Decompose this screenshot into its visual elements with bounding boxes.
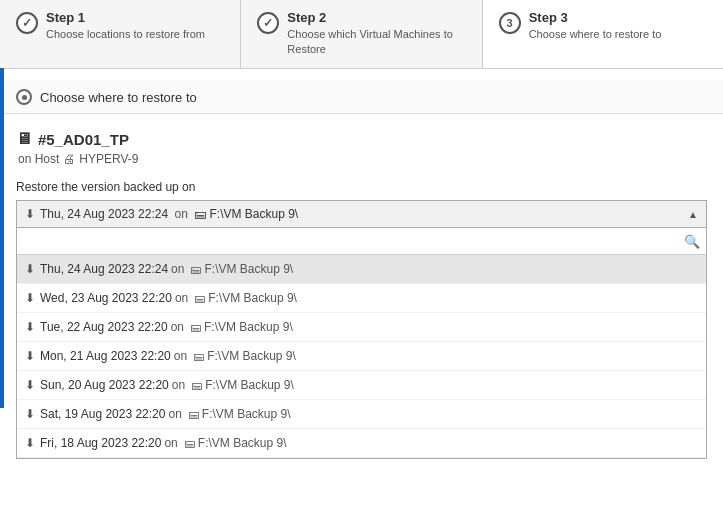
step1-icon: ✓: [16, 12, 38, 34]
backup-list-item[interactable]: ⬇ Fri, 18 Aug 2023 22:20 on 🖴 F:\VM Back…: [17, 429, 706, 458]
selected-date: Thu, 24 Aug 2023 22:24 on 🖴 F:\VM Backup…: [40, 207, 688, 221]
download-icon: ⬇: [25, 320, 35, 334]
wizard-step-2[interactable]: ✓ Step 2 Choose which Virtual Machines t…: [241, 0, 482, 68]
item-path: F:\VM Backup 9\: [205, 378, 294, 392]
step2-content: Step 2 Choose which Virtual Machines to …: [287, 10, 465, 58]
backup-search-input[interactable]: [23, 232, 684, 250]
dropdown-search-container: 🔍: [17, 228, 706, 255]
vm-host-row: on Host 🖨 HYPERV-9: [18, 152, 707, 166]
vm-name-row: 🖥 #5_AD01_TP: [16, 130, 707, 148]
step3-label: Step 3: [529, 10, 662, 25]
item-path: F:\VM Backup 9\: [198, 436, 287, 450]
backup-list-item[interactable]: ⬇ Mon, 21 Aug 2023 22:20 on 🖴 F:\VM Back…: [17, 342, 706, 371]
vm-name-text: #5_AD01_TP: [38, 131, 129, 148]
step2-label: Step 2: [287, 10, 465, 25]
item-path: F:\VM Backup 9\: [207, 349, 296, 363]
host-name: HYPERV-9: [79, 152, 138, 166]
item-path: F:\VM Backup 9\: [202, 407, 291, 421]
wizard-step-3[interactable]: 3 Step 3 Choose where to restore to: [483, 0, 723, 68]
search-icon: 🔍: [684, 234, 700, 249]
restore-label: Restore the version backed up on: [16, 180, 707, 194]
download-icon: ⬇: [25, 407, 35, 421]
drive-icon: 🖴: [188, 408, 199, 420]
page-content: Choose where to restore to 🖥 #5_AD01_TP …: [0, 69, 723, 471]
item-date: Thu, 24 Aug 2023 22:24: [40, 262, 168, 276]
wizard-step-1[interactable]: ✓ Step 1 Choose locations to restore fro…: [0, 0, 241, 68]
download-icon-selected: ⬇: [25, 207, 35, 221]
backup-list-item[interactable]: ⬇ Wed, 23 Aug 2023 22:20 on 🖴 F:\VM Back…: [17, 284, 706, 313]
item-path: F:\VM Backup 9\: [208, 291, 297, 305]
step1-desc: Choose locations to restore from: [46, 27, 205, 42]
backup-list: ⬇ Thu, 24 Aug 2023 22:24 on 🖴 F:\VM Back…: [17, 255, 706, 458]
drive-icon: 🖴: [191, 379, 202, 391]
step3-desc: Choose where to restore to: [529, 27, 662, 42]
server-icon: 🖨: [63, 152, 75, 166]
dropdown-selected-row[interactable]: ⬇ Thu, 24 Aug 2023 22:24 on 🖴 F:\VM Back…: [17, 201, 706, 228]
backup-list-item[interactable]: ⬇ Sat, 19 Aug 2023 22:20 on 🖴 F:\VM Back…: [17, 400, 706, 429]
monitor-icon: 🖥: [16, 130, 32, 148]
item-date: Sun, 20 Aug 2023 22:20: [40, 378, 169, 392]
drive-icon-selected: 🖴: [194, 207, 206, 221]
download-icon: ⬇: [25, 291, 35, 305]
item-date: Fri, 18 Aug 2023 22:20: [40, 436, 161, 450]
download-icon: ⬇: [25, 349, 35, 363]
step1-label: Step 1: [46, 10, 205, 25]
host-prefix: on Host: [18, 152, 59, 166]
item-date: Tue, 22 Aug 2023 22:20: [40, 320, 168, 334]
backup-list-item[interactable]: ⬇ Sun, 20 Aug 2023 22:20 on 🖴 F:\VM Back…: [17, 371, 706, 400]
step1-content: Step 1 Choose locations to restore from: [46, 10, 205, 42]
item-date: Wed, 23 Aug 2023 22:20: [40, 291, 172, 305]
step3-content: Step 3 Choose where to restore to: [529, 10, 662, 42]
drive-icon: 🖴: [190, 321, 201, 333]
download-icon: ⬇: [25, 378, 35, 392]
item-path: F:\VM Backup 9\: [204, 262, 293, 276]
item-date: Mon, 21 Aug 2023 22:20: [40, 349, 171, 363]
step2-desc: Choose which Virtual Machines to Restore: [287, 27, 465, 58]
step3-number: 3: [507, 17, 513, 29]
drive-icon: 🖴: [194, 292, 205, 304]
section-header: Choose where to restore to: [0, 81, 723, 114]
backup-list-item[interactable]: ⬇ Thu, 24 Aug 2023 22:24 on 🖴 F:\VM Back…: [17, 255, 706, 284]
step2-icon: ✓: [257, 12, 279, 34]
step3-icon: 3: [499, 12, 521, 34]
chevron-up-icon: ▲: [688, 209, 698, 220]
drive-icon: 🖴: [190, 263, 201, 275]
left-accent-bar: [0, 68, 4, 408]
item-date: Sat, 19 Aug 2023 22:20: [40, 407, 165, 421]
section-title: Choose where to restore to: [40, 90, 197, 105]
backup-version-dropdown[interactable]: ⬇ Thu, 24 Aug 2023 22:24 on 🖴 F:\VM Back…: [16, 200, 707, 459]
wizard-header: ✓ Step 1 Choose locations to restore fro…: [0, 0, 723, 69]
backup-list-item[interactable]: ⬇ Tue, 22 Aug 2023 22:20 on 🖴 F:\VM Back…: [17, 313, 706, 342]
drive-icon: 🖴: [184, 437, 195, 449]
download-icon: ⬇: [25, 262, 35, 276]
download-icon: ⬇: [25, 436, 35, 450]
section-header-icon: [16, 89, 32, 105]
vm-info: 🖥 #5_AD01_TP on Host 🖨 HYPERV-9: [16, 130, 707, 166]
item-path: F:\VM Backup 9\: [204, 320, 293, 334]
drive-icon: 🖴: [193, 350, 204, 362]
